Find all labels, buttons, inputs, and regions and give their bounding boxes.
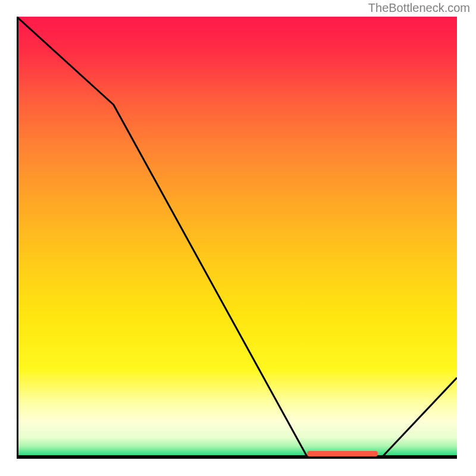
chart-frame: TheBottleneck.com <box>0 0 476 476</box>
optimal-range-marker <box>307 451 377 456</box>
chart-svg <box>17 17 459 459</box>
gradient-background <box>17 17 457 457</box>
marker-layer <box>307 451 377 456</box>
plot-area <box>17 17 459 459</box>
attribution-text: TheBottleneck.com <box>368 1 470 15</box>
